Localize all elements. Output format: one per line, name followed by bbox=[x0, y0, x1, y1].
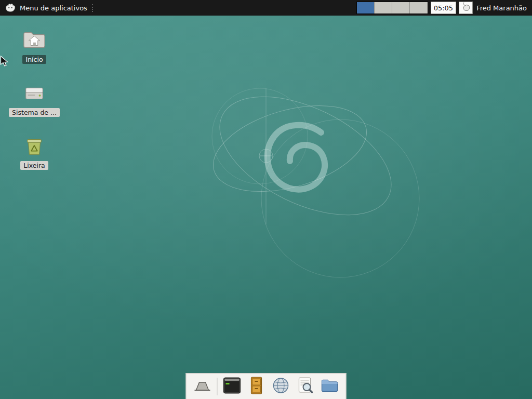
filesystem-drive-icon bbox=[22, 82, 46, 106]
panel-separator-grip bbox=[92, 4, 96, 12]
workspace-1[interactable] bbox=[357, 2, 375, 14]
mouse-device-tray-button[interactable] bbox=[459, 2, 473, 14]
workspace-2[interactable] bbox=[375, 2, 392, 14]
clock[interactable]: 05:05 bbox=[431, 2, 456, 14]
panel-right-section: 05:05 Fred Maranhão bbox=[356, 0, 530, 16]
web-browser-globe-icon bbox=[272, 376, 290, 397]
workspace-3[interactable] bbox=[392, 2, 410, 14]
panel-left-section: Menu de aplicativos bbox=[2, 0, 96, 16]
desktop-icon-filesystem[interactable]: Sistema de ... bbox=[9, 82, 59, 117]
search-files-launcher[interactable] bbox=[296, 377, 315, 396]
bottom-dock bbox=[186, 373, 347, 399]
applications-menu-label: Menu de aplicativos bbox=[20, 4, 87, 12]
workspace-4[interactable] bbox=[410, 2, 428, 14]
file-manager-folder-icon bbox=[321, 376, 339, 397]
file-manager-launcher[interactable] bbox=[320, 377, 340, 396]
trash-bin-icon bbox=[22, 135, 46, 159]
xfce-mouse-logo-icon bbox=[5, 2, 16, 15]
desktop: Menu de aplicativos 05:05 Fred Ma bbox=[0, 0, 532, 399]
web-browser-launcher[interactable] bbox=[271, 377, 291, 396]
file-cabinet-icon bbox=[247, 376, 266, 397]
mouse-cursor bbox=[0, 56, 9, 69]
terminal-launcher[interactable] bbox=[222, 377, 242, 396]
top-panel: Menu de aplicativos 05:05 Fred Ma bbox=[0, 0, 532, 16]
mouse-device-icon bbox=[461, 2, 471, 14]
search-files-icon bbox=[296, 376, 315, 397]
applications-menu-button[interactable]: Menu de aplicativos bbox=[2, 0, 90, 16]
file-cabinet-launcher[interactable] bbox=[247, 377, 267, 396]
desktop-icon-label: Início bbox=[22, 55, 46, 64]
debian-swirl-watermark bbox=[0, 0, 532, 383]
workspace-switcher bbox=[356, 2, 428, 14]
desktop-icon-trash[interactable]: Lixeira bbox=[9, 135, 59, 170]
show-desktop-button[interactable] bbox=[193, 377, 212, 396]
dock-separator bbox=[217, 378, 218, 395]
desktop-icon-home[interactable]: Início bbox=[9, 29, 59, 64]
desktop-icon-label: Lixeira bbox=[20, 161, 48, 170]
home-folder-icon bbox=[22, 29, 46, 53]
show-desktop-icon bbox=[193, 376, 212, 397]
desktop-icon-label: Sistema de ... bbox=[9, 108, 60, 117]
user-actions-menu[interactable]: Fred Maranhão bbox=[475, 4, 530, 12]
terminal-icon bbox=[223, 376, 242, 397]
